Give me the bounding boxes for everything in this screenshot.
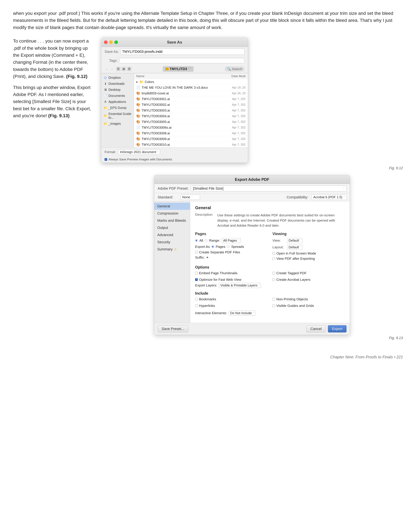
- file-icon-002: 🎨: [136, 103, 140, 107]
- file-row-008[interactable]: 🎨 TMYLITD003008.ai Apr 7, 202: [134, 130, 248, 136]
- file-row-docx[interactable]: 📄 THE ME YOU LOVE IN THE DARK 3 v3.docx …: [134, 85, 248, 90]
- preset-chevron: ˅: [343, 187, 344, 190]
- visible-guides-checkbox[interactable]: [272, 304, 275, 307]
- optimize-fast-web-checkbox[interactable]: [195, 278, 198, 281]
- always-save-checkbox[interactable]: [105, 158, 107, 161]
- optimize-fast-web-row: Optimize for Fast Web View: [195, 278, 268, 282]
- sidebar-label-output: Output: [157, 226, 168, 230]
- pages-radio-label: Pages: [216, 245, 225, 249]
- file-row-004[interactable]: 🎨 TMYLITD003004.ai Apr 7, 202: [134, 113, 248, 119]
- compat-chevron: ˅: [344, 196, 345, 199]
- maximize-button[interactable]: [114, 40, 118, 44]
- two-col-layout: Pages All Range: All Pages ˅: [195, 232, 345, 262]
- sidebar-item-downloads[interactable]: ⬇ Downloads: [101, 81, 134, 87]
- all-pages-radio[interactable]: [195, 239, 198, 242]
- location-text: TMYLITD3: [170, 67, 187, 71]
- file-date-009: Apr 7, 202: [232, 137, 245, 141]
- sidebar-item-applications[interactable]: A Applications: [101, 99, 134, 105]
- sidebar-item-dropbox[interactable]: ⬡ Dropbox: [101, 75, 134, 81]
- sidebar-item-desktop[interactable]: 🖥 Desktop: [101, 87, 134, 93]
- file-row-010[interactable]: 🎨 TMYLITD003010.ai Apr 7, 202: [134, 142, 248, 148]
- sidebar-item-images[interactable]: 📁 _images: [101, 121, 134, 127]
- pages-all-row: All Range: All Pages ˅: [195, 238, 268, 243]
- view-select[interactable]: Default ˅: [287, 238, 302, 243]
- create-acrobat-layers-checkbox[interactable]: [272, 278, 275, 281]
- cancel-button[interactable]: Cancel: [306, 325, 326, 332]
- range-select[interactable]: All Pages ˅: [222, 238, 241, 243]
- pages-radio[interactable]: [212, 245, 214, 248]
- export-sidebar: General Compression Marks and Bleeds Out…: [154, 201, 190, 323]
- sidebar-item-eps-dump[interactable]: 📁 _EPS Dump: [101, 105, 134, 111]
- export-button[interactable]: Export: [328, 325, 347, 332]
- tags-input[interactable]: [119, 58, 244, 63]
- file-row-006s[interactable]: 📄 TMYLITD003006s.ai Apr 7, 202: [134, 125, 248, 130]
- file-icon-docx: 📄: [136, 86, 140, 89]
- sidebar-item-output[interactable]: Output: [154, 224, 190, 231]
- sidebar-label-eps: _EPS Dump: [108, 106, 126, 110]
- file-row-005[interactable]: 🎨 TMYLITD003005.ai Apr 7, 202: [134, 119, 248, 125]
- export-as-label: Export As: [195, 245, 210, 249]
- non-printing-row: Non-Printing Objects: [272, 297, 345, 301]
- bookmarks-checkbox[interactable]: [195, 298, 198, 301]
- forward-arrow[interactable]: ›: [110, 66, 114, 72]
- back-arrow[interactable]: ‹: [105, 66, 108, 72]
- all-label: All: [199, 238, 203, 242]
- sidebar-item-security[interactable]: Security: [154, 238, 190, 246]
- sidebar-item-marks-bleeds[interactable]: Marks and Bleeds: [154, 217, 190, 224]
- non-printing-checkbox[interactable]: [272, 298, 275, 301]
- save-as-input[interactable]: [120, 48, 244, 55]
- create-acrobat-layers-row: Create Acrobat Layers: [272, 278, 345, 282]
- interactive-select[interactable]: Do Not Include ˅: [229, 311, 255, 316]
- sidebar-item-advanced[interactable]: Advanced: [154, 231, 190, 238]
- dialog-title: Save As: [167, 40, 182, 45]
- compat-select[interactable]: Acrobat 6 (PDF 1.5) ˅: [311, 195, 347, 200]
- create-tagged-checkbox[interactable]: [272, 272, 275, 274]
- viewing-section-title: Viewing: [272, 232, 345, 236]
- save-as-label: Save As:: [105, 49, 119, 54]
- create-tagged-label: Create Tagged PDF: [276, 271, 307, 275]
- layout-select[interactable]: Default ˅: [287, 245, 302, 250]
- minimize-button[interactable]: [109, 40, 113, 44]
- embed-thumbnails-checkbox[interactable]: [195, 272, 198, 274]
- preset-select[interactable]: [Smallest File Size] ˅: [191, 186, 347, 191]
- options-title: Options: [195, 265, 345, 269]
- search-box[interactable]: 🔍 Search: [225, 66, 244, 72]
- file-name-006s: TMYLITD003006s.ai: [142, 126, 172, 129]
- open-fullscreen-checkbox[interactable]: [272, 252, 275, 255]
- file-date-005: Apr 7, 202: [232, 120, 245, 124]
- dialog-footer: Format: InDesign 2021 document ˅: [101, 148, 248, 156]
- content-with-figures: To continue . . . you can now export a .…: [13, 38, 403, 345]
- file-row-cover[interactable]: 🎨 tmylitd003-cover.ai Apr 26, 20: [134, 90, 248, 96]
- file-row-003[interactable]: 🎨 TMYLITD003003.ai Apr 7, 202: [134, 108, 248, 113]
- file-row-009[interactable]: 🎨 TMYLITD003009.ai Apr 7, 202: [134, 136, 248, 142]
- sidebar-item-documents[interactable]: 📄 Documents: [101, 93, 134, 99]
- range-radio[interactable]: [205, 239, 207, 242]
- sidebar-label-documents: Documents: [108, 94, 125, 98]
- format-select[interactable]: InDesign 2021 document ˅: [118, 149, 160, 155]
- file-row-002[interactable]: 🎨 TMYLITD003002.ai Apr 7, 202: [134, 102, 248, 108]
- file-row-001[interactable]: 🎨 TMYLITD003001.ai Apr 7, 202: [134, 96, 248, 102]
- sidebar-item-summary[interactable]: Summary ⚠: [154, 246, 190, 253]
- sidebar-item-general[interactable]: General: [154, 203, 190, 210]
- close-button[interactable]: [104, 40, 107, 44]
- spreads-radio[interactable]: [227, 245, 230, 248]
- interactive-chevron: ˅: [253, 312, 254, 314]
- search-label: Search: [232, 67, 242, 71]
- save-preset-button[interactable]: Save Preset...: [158, 325, 188, 332]
- icon-view-btn[interactable]: ⊞: [121, 67, 126, 71]
- description-text: Use these settings to create Adobe PDF d…: [217, 213, 345, 228]
- export-layers-select[interactable]: Visible & Printable Layers ˅: [219, 283, 261, 288]
- view-after-export-checkbox[interactable]: [272, 257, 275, 260]
- column-view-btn[interactable]: ☰: [127, 67, 132, 71]
- create-tagged-row: Create Tagged PDF: [272, 271, 345, 275]
- standard-select[interactable]: None ˅: [180, 195, 200, 200]
- list-view-btn[interactable]: ☰: [116, 67, 121, 71]
- embed-thumbnails-row: Embed Page Thumbnails: [195, 271, 268, 275]
- sidebar-item-essential-guide[interactable]: 📁 Essential Guide to...: [101, 111, 134, 121]
- create-separate-row: Create Separate PDF Files: [195, 250, 268, 254]
- window-buttons: [104, 40, 118, 44]
- hyperlinks-checkbox[interactable]: [195, 304, 198, 307]
- create-separate-checkbox[interactable]: [195, 251, 198, 254]
- sidebar-item-compression[interactable]: Compression: [154, 210, 190, 217]
- file-row-colors[interactable]: ▶ 📁 Colors: [134, 79, 248, 85]
